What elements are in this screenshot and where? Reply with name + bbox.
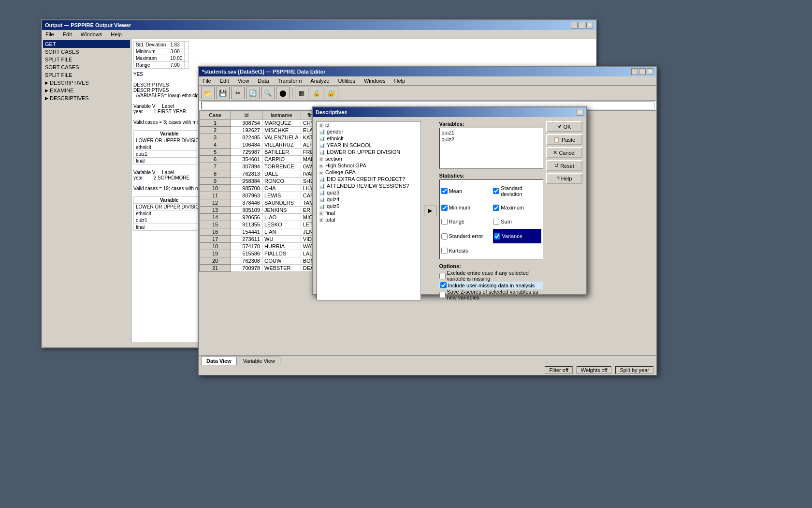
var-item-section[interactable]: ▣ section: [317, 155, 420, 162]
cell-id-11[interactable]: 807963: [231, 192, 262, 199]
help-button[interactable]: ? Help: [546, 173, 582, 184]
cell-last-12[interactable]: SAUNDERS: [262, 199, 301, 207]
stat-kurtosis-checkbox[interactable]: Kurtosis: [441, 244, 490, 257]
record-toolbar-btn[interactable]: ⬤: [276, 87, 290, 99]
open-toolbar-btn[interactable]: 📂: [201, 87, 215, 99]
de-menu-transform[interactable]: Transform: [276, 77, 304, 84]
cell-last-19[interactable]: FIALLOS: [262, 250, 301, 257]
tab-data-view[interactable]: Data View: [201, 357, 237, 365]
cell-last-2[interactable]: MISCHKE: [262, 127, 301, 134]
cell-last-7[interactable]: TORRENCE: [262, 163, 301, 170]
stat-range-checkbox[interactable]: Range: [441, 215, 490, 228]
var-item-ethniclt[interactable]: 📊 ethniclt: [317, 135, 420, 142]
stat-stddev-checkbox[interactable]: Standard deviation: [493, 181, 541, 200]
cell-id-20[interactable]: 762308: [231, 257, 262, 265]
opt-include-checkbox[interactable]: Include user-missing data in analysis: [439, 282, 544, 289]
filter-off-status[interactable]: Filter off: [545, 366, 573, 374]
cut-toolbar-btn[interactable]: ✂: [231, 87, 245, 99]
cell-id-7[interactable]: 307894: [231, 163, 262, 170]
paste-button[interactable]: 📋 Paste: [546, 134, 582, 145]
sidebar-item-sort-cases-1[interactable]: SORT CASES: [43, 48, 130, 56]
save-toolbar-btn[interactable]: 💾: [216, 87, 230, 99]
sidebar-item-sort-cases-2[interactable]: SORT CASES: [43, 63, 130, 71]
search-toolbar-btn[interactable]: 🔍: [261, 87, 275, 99]
stat-kurtosis-input[interactable]: [441, 248, 448, 254]
cell-id-18[interactable]: 574170: [231, 243, 262, 250]
stat-min-input[interactable]: [441, 205, 448, 211]
loop-toolbar-btn[interactable]: 🔄: [246, 87, 260, 99]
dlg-close-btn[interactable]: ✕: [577, 109, 583, 116]
lock1-toolbar-btn[interactable]: 🔒: [310, 87, 323, 99]
cell-id-5[interactable]: 725987: [231, 149, 262, 156]
cell-last-11[interactable]: LEWIS: [262, 192, 301, 199]
stat-mean-input[interactable]: [441, 188, 448, 194]
cell-last-9[interactable]: RONCO: [262, 178, 301, 185]
stat-max-checkbox[interactable]: Maximum: [493, 201, 541, 214]
menu-help[interactable]: Help: [109, 31, 123, 38]
opt-include-input[interactable]: [440, 282, 447, 288]
tab-variable-view[interactable]: Variable View: [238, 357, 280, 365]
cell-last-6[interactable]: CARPIO: [262, 156, 301, 163]
var-item-extra-credit[interactable]: 📊 DID EXTRA CREDIT PROJECT?: [317, 176, 420, 182]
cell-id-17[interactable]: 273611: [231, 236, 262, 243]
source-var-listbox[interactable]: ▣ id 📊 gender 📊 ethniclt 📊 YEAR IN SCHOO…: [317, 121, 421, 300]
cell-id-8[interactable]: 762813: [231, 170, 262, 178]
opt-exclude-checkbox[interactable]: Exclude entire case if any selected vari…: [439, 270, 544, 282]
sidebar-item-get[interactable]: GET: [43, 40, 130, 48]
stat-mean-checkbox[interactable]: Mean: [441, 181, 490, 200]
split-by-year-status[interactable]: Split by year: [615, 366, 653, 374]
cell-id-4[interactable]: 106484: [231, 141, 262, 149]
output-viewer-controls[interactable]: _ □ ✕: [571, 22, 593, 29]
cell-last-4[interactable]: VILLARRUZ: [262, 141, 301, 149]
cell-id-10[interactable]: 985700: [231, 185, 262, 192]
variables-listbox[interactable]: quiz1 quiz2: [439, 128, 544, 169]
reset-button[interactable]: ↺ Reset: [546, 160, 582, 171]
var-item-college-gpa[interactable]: ▣ College GPA: [317, 169, 420, 176]
cell-last-14[interactable]: LIAO: [262, 214, 301, 221]
cell-last-3[interactable]: VALENZUELA: [262, 134, 301, 141]
var-item-final[interactable]: ▣ final: [317, 209, 420, 216]
ok-button[interactable]: ✔ OK: [546, 121, 582, 132]
cell-id-16[interactable]: 154441: [231, 228, 262, 236]
cell-last-15[interactable]: LESKO: [262, 221, 301, 228]
var-item-gender[interactable]: 📊 gender: [317, 128, 420, 135]
menu-windows[interactable]: Windows: [79, 31, 104, 38]
var-item-total[interactable]: ▣ total: [317, 216, 420, 223]
cell-last-13[interactable]: JENKINS: [262, 207, 301, 214]
de-menu-file[interactable]: File: [201, 77, 213, 84]
var-item-hs-gpa[interactable]: ▣ High School GPA: [317, 162, 420, 169]
cell-id-3[interactable]: 822485: [231, 134, 262, 141]
stat-sum-input[interactable]: [493, 219, 499, 225]
de-maximize-btn[interactable]: □: [639, 68, 646, 75]
cell-last-8[interactable]: DAEL: [262, 170, 301, 178]
cell-last-17[interactable]: WU: [262, 236, 301, 243]
stat-min-checkbox[interactable]: Minimum: [441, 201, 490, 214]
opt-zscore-input[interactable]: [439, 292, 446, 298]
menu-file[interactable]: File: [44, 31, 56, 38]
de-close-btn[interactable]: ✕: [647, 68, 653, 75]
cell-last-20[interactable]: GOUW: [262, 257, 301, 265]
spreadsheet-toolbar-btn[interactable]: ▦: [295, 87, 308, 99]
stat-stderr-input[interactable]: [441, 233, 448, 239]
de-menu-edit[interactable]: Edit: [218, 77, 231, 84]
de-menu-analyze[interactable]: Analyze: [309, 77, 331, 84]
var-item-quiz5[interactable]: 📊 quiz5: [317, 203, 420, 209]
stat-max-input[interactable]: [493, 205, 499, 211]
var-item-quiz3[interactable]: 📊 quiz3: [317, 189, 420, 196]
cell-last-16[interactable]: LIAN: [262, 228, 301, 236]
minimize-btn[interactable]: _: [571, 22, 578, 29]
opt-exclude-input[interactable]: [439, 273, 446, 279]
lock2-toolbar-btn[interactable]: 🔐: [325, 87, 338, 99]
stat-variance-input[interactable]: [494, 233, 500, 239]
de-menu-data[interactable]: Data: [256, 77, 270, 84]
cell-id-9[interactable]: 958384: [231, 178, 262, 185]
cancel-button[interactable]: ✕ Cancel: [546, 147, 582, 158]
data-editor-controls[interactable]: _ □ ✕: [631, 68, 653, 75]
de-menu-windows[interactable]: Windows: [362, 77, 387, 84]
var-item-review-sessions[interactable]: 📊 ATTENDED REVIEW SESSIONS?: [317, 182, 420, 189]
sidebar-item-descriptives-1[interactable]: ▶ DESCRIPTIVES: [43, 79, 130, 87]
var-item-quiz4[interactable]: 📊 quiz4: [317, 196, 420, 203]
cell-id-14[interactable]: 920656: [231, 214, 262, 221]
cell-id-2[interactable]: 192627: [231, 127, 262, 134]
stat-stddev-input[interactable]: [493, 188, 499, 194]
